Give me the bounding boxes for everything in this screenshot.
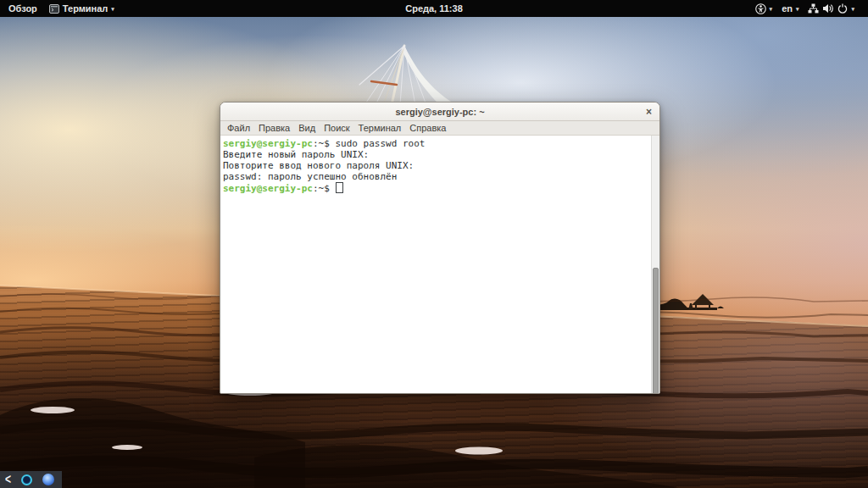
terminal-line-output: Повторите ввод нового пароля UNIX: bbox=[223, 160, 648, 171]
chevron-down-icon: ▾ bbox=[770, 5, 773, 12]
accessibility-menu-button[interactable]: ▾ bbox=[755, 3, 773, 14]
terminal-line-command: sergiy@sergiy-pc:~$ sudo passwd root bbox=[223, 138, 648, 149]
keyboard-layout-button[interactable]: en ▾ bbox=[782, 3, 798, 14]
dock-strip: < bbox=[0, 471, 62, 488]
accessibility-icon bbox=[755, 3, 766, 14]
keyboard-layout-label: en bbox=[782, 3, 793, 14]
dock-app-icon-camera[interactable] bbox=[21, 474, 32, 485]
clock-button[interactable]: Среда, 11:38 bbox=[405, 3, 463, 14]
terminal-cursor bbox=[336, 182, 343, 193]
terminal-line-output: passwd: пароль успешно обновлён bbox=[223, 171, 648, 182]
terminal-line-output: Введите новый пароль UNIX: bbox=[223, 149, 648, 160]
chevron-down-icon: ▾ bbox=[111, 5, 114, 12]
close-button[interactable]: × bbox=[646, 106, 652, 116]
menu-file[interactable]: Файл bbox=[223, 123, 254, 133]
window-title: sergiy@sergiy-pc: ~ bbox=[395, 107, 484, 117]
menu-terminal[interactable]: Терминал bbox=[354, 123, 406, 133]
app-menu-label: Терминал bbox=[63, 3, 108, 14]
terminal-window: sergiy@sergiy-pc: ~ × Файл Правка Вид По… bbox=[220, 102, 660, 394]
clock-label: Среда, 11:38 bbox=[405, 3, 463, 14]
system-status-menu-button[interactable]: ▾ bbox=[808, 3, 854, 14]
terminal-scrollbar[interactable] bbox=[651, 136, 659, 393]
menu-edit[interactable]: Правка bbox=[254, 123, 294, 133]
menu-view[interactable]: Вид bbox=[294, 123, 320, 133]
menu-search[interactable]: Поиск bbox=[320, 123, 353, 133]
activities-button[interactable]: Обзор bbox=[8, 3, 37, 14]
sailboat-mast bbox=[359, 46, 451, 105]
terminal-line-prompt: sergiy@sergiy-pc:~$ bbox=[223, 182, 648, 194]
window-menubar: Файл Правка Вид Поиск Терминал Справка bbox=[220, 121, 659, 136]
chevron-down-icon: ▾ bbox=[851, 5, 854, 12]
top-bar: Обзор Терминал ▾ Среда, 11:38 ▾ en ▾ bbox=[0, 0, 868, 17]
chevron-left-icon[interactable]: < bbox=[5, 473, 11, 486]
terminal-content[interactable]: sergiy@sergiy-pc:~$ sudo passwd root Вве… bbox=[220, 136, 659, 393]
volume-icon bbox=[822, 3, 834, 14]
scrollbar-thumb[interactable] bbox=[653, 268, 659, 393]
activities-label: Обзор bbox=[8, 3, 37, 14]
power-icon bbox=[837, 3, 848, 14]
shell-prompt: sergiy@sergiy-pc bbox=[223, 138, 313, 149]
shell-command: sudo passwd root bbox=[335, 138, 425, 149]
window-titlebar[interactable]: sergiy@sergiy-pc: ~ × bbox=[220, 103, 659, 121]
terminal-icon bbox=[49, 4, 59, 14]
island-silhouette bbox=[651, 294, 724, 310]
wave-swells bbox=[0, 398, 678, 488]
shell-prompt-suffix: :~$ bbox=[313, 183, 336, 194]
dock-app-icon-blue-orb[interactable] bbox=[42, 474, 54, 485]
shell-prompt-suffix: :~$ bbox=[313, 138, 336, 149]
shell-prompt: sergiy@sergiy-pc bbox=[223, 183, 313, 194]
chevron-down-icon: ▾ bbox=[796, 5, 799, 12]
network-icon bbox=[808, 3, 819, 14]
menu-help[interactable]: Справка bbox=[405, 123, 450, 133]
app-menu-button[interactable]: Терминал ▾ bbox=[49, 3, 114, 14]
